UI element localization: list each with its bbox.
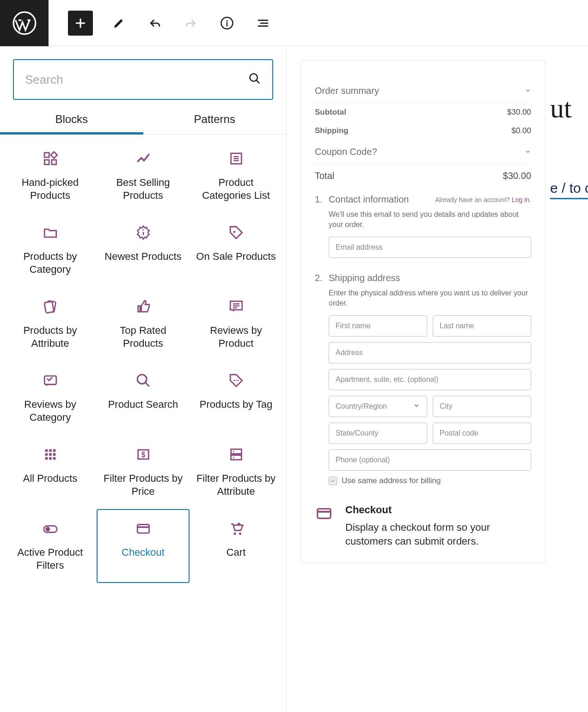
block-item-tag[interactable]: On Sale Products — [190, 213, 282, 287]
email-field[interactable]: Email address — [329, 237, 531, 258]
block-item-dots-grid[interactable]: All Products — [4, 435, 97, 509]
svg-rect-35 — [137, 525, 149, 533]
cards-icon — [42, 298, 59, 315]
total-value: $30.00 — [503, 171, 531, 181]
cart-icon — [228, 520, 245, 537]
block-label: Top Rated Products — [102, 324, 184, 350]
review-folder-icon — [42, 372, 59, 389]
svg-rect-24 — [45, 457, 48, 460]
svg-rect-11 — [44, 301, 54, 313]
block-item-cart[interactable]: Cart — [190, 509, 282, 583]
shipping-value: $0.00 — [511, 126, 531, 135]
svg-rect-6 — [51, 160, 56, 165]
tab-patterns[interactable]: Patterns — [143, 113, 287, 134]
checkbox-icon — [329, 477, 337, 485]
redo-button[interactable] — [181, 13, 201, 33]
tag-icon — [228, 224, 245, 241]
edit-icon[interactable] — [109, 13, 129, 33]
svg-rect-5 — [44, 160, 49, 165]
block-label: Products by Attribute — [9, 324, 91, 350]
svg-rect-29 — [231, 449, 241, 454]
page-title-fragment: ut — [550, 92, 572, 124]
wordpress-logo[interactable] — [0, 0, 49, 46]
outline-button[interactable] — [253, 13, 273, 33]
block-item-review-folder[interactable]: Reviews by Category — [4, 361, 97, 435]
block-item-toggle[interactable]: Active Product Filters — [4, 509, 97, 583]
credit-card-icon — [135, 520, 152, 537]
block-label: Products by Category — [9, 250, 91, 276]
block-desc-title: Checkout — [345, 504, 531, 516]
block-item-cards[interactable]: Products by Attribute — [4, 287, 97, 361]
block-label: Checkout — [122, 546, 165, 559]
block-item-tag-more[interactable]: Products by Tag — [190, 361, 282, 435]
folder-icon — [42, 224, 59, 241]
svg-rect-38 — [318, 509, 331, 518]
review-box-icon — [228, 298, 245, 315]
address-field[interactable]: Address — [329, 342, 531, 363]
svg-rect-19 — [49, 449, 52, 452]
step-2-sub: Enter the physical address where you wan… — [329, 288, 531, 309]
shipping-label: Shipping — [315, 126, 349, 135]
block-item-trend[interactable]: Best Selling Products — [97, 139, 190, 213]
order-summary-toggle[interactable]: Order summary — [315, 79, 531, 103]
step-1-title: Contact information — [329, 194, 409, 205]
svg-point-15 — [233, 380, 235, 381]
subtotal-value: $30.00 — [507, 108, 531, 117]
price-box-icon: $ — [135, 446, 152, 463]
first-name-field[interactable]: First name — [329, 315, 427, 337]
apartment-field[interactable]: Apartment, suite, etc. (optional) — [329, 369, 531, 390]
same-billing-label: Use same address for billing — [342, 476, 441, 485]
block-item-badge-new[interactable]: Newest Products — [97, 213, 190, 287]
subtotal-label: Subtotal — [315, 108, 346, 117]
svg-point-32 — [233, 457, 234, 458]
postal-field[interactable]: Postal code — [433, 423, 531, 444]
block-search[interactable] — [13, 59, 273, 100]
block-label: Best Selling Products — [102, 176, 184, 202]
chevron-down-icon — [525, 147, 531, 157]
block-label: On Sale Products — [196, 250, 276, 263]
last-name-field[interactable]: Last name — [433, 315, 531, 337]
block-label: All Products — [23, 472, 77, 485]
phone-field[interactable]: Phone (optional) — [329, 449, 531, 471]
block-label: Filter Products by Attribute — [195, 472, 277, 497]
block-item-price-box[interactable]: $Filter Products by Price — [97, 435, 190, 509]
order-summary-label: Order summary — [315, 86, 379, 96]
block-item-grid-custom[interactable]: Hand-picked Products — [4, 139, 97, 213]
tab-blocks[interactable]: Blocks — [0, 113, 143, 134]
block-label: Hand-picked Products — [9, 176, 91, 202]
chevron-down-icon — [525, 86, 531, 96]
add-block-button[interactable] — [68, 11, 93, 36]
block-item-folder[interactable]: Products by Category — [4, 213, 97, 287]
svg-point-14 — [137, 374, 147, 384]
city-field[interactable]: City — [433, 396, 531, 417]
svg-point-2 — [226, 20, 227, 21]
block-item-thumbs-up[interactable]: Top Rated Products — [97, 287, 190, 361]
info-button[interactable] — [217, 13, 237, 33]
block-item-credit-card[interactable]: Checkout — [97, 509, 190, 583]
trend-icon — [135, 150, 152, 167]
search-icon — [135, 372, 152, 389]
country-select[interactable]: Country/Region — [329, 396, 427, 417]
list-icon — [228, 150, 245, 167]
coupon-toggle[interactable]: Coupon Code? — [315, 140, 531, 164]
svg-rect-22 — [49, 453, 52, 456]
block-label: Reviews by Product — [195, 324, 277, 350]
block-item-list[interactable]: Product Categories List — [190, 139, 282, 213]
svg-rect-26 — [53, 457, 55, 460]
svg-point-9 — [142, 229, 144, 231]
tag-more-icon — [228, 372, 245, 389]
svg-rect-20 — [53, 449, 55, 452]
block-label: Newest Products — [104, 250, 181, 263]
toggle-icon — [42, 520, 59, 537]
undo-button[interactable] — [145, 13, 165, 33]
login-link[interactable]: Log in. — [512, 196, 531, 203]
svg-point-17 — [237, 380, 239, 381]
block-label: Reviews by Category — [9, 398, 91, 424]
block-item-server[interactable]: Filter Products by Attribute — [190, 435, 282, 509]
step-2-number: 2. — [315, 273, 329, 485]
block-item-review-box[interactable]: Reviews by Product — [190, 287, 282, 361]
state-field[interactable]: State/County — [329, 423, 427, 444]
block-item-search[interactable]: Product Search — [97, 361, 190, 435]
same-billing-checkbox[interactable]: Use same address for billing — [329, 476, 531, 485]
search-input[interactable] — [25, 73, 248, 87]
